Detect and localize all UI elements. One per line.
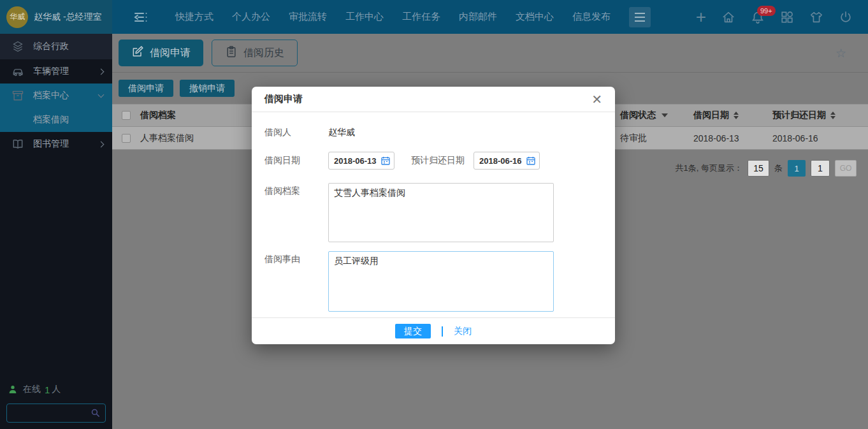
nav-item-work-tasks[interactable]: 工作任务 <box>402 11 440 23</box>
footer-divider <box>442 326 443 337</box>
search-icon[interactable] <box>90 407 101 418</box>
online-label: 在线 <box>23 384 41 395</box>
tab-label: 借阅申请 <box>150 47 191 60</box>
user-panel[interactable]: 华威 赵华威 -总经理室 <box>0 0 112 34</box>
sidebar-collapse-icon[interactable] <box>133 10 148 25</box>
sidebar-item-general-admin[interactable]: 综合行政 <box>0 34 112 59</box>
dates-row: 借阅日期 预计归还日期 <box>264 152 602 170</box>
sidebar-item-archive-borrow[interactable]: 档案借阅 <box>0 108 112 132</box>
date-text: 2018-06-13 <box>693 133 739 143</box>
modal-title: 借阅申请 <box>264 93 303 105</box>
borrower-value: 赵华威 <box>328 124 355 138</box>
page-size-input[interactable] <box>748 160 769 177</box>
archive-textarea[interactable]: 艾雪人事档案借阅 <box>328 183 554 242</box>
sidebar-item-vehicle-mgmt[interactable]: 车辆管理 <box>0 59 112 84</box>
withdraw-request-button[interactable]: 撤销申请 <box>180 80 235 97</box>
book-icon <box>11 138 24 150</box>
nav-item-shortcuts[interactable]: 快捷方式 <box>175 11 213 23</box>
nav-item-personal-office[interactable]: 个人办公 <box>232 11 270 23</box>
sidebar-item-archive-center[interactable]: 档案中心 <box>0 84 112 108</box>
header-checkbox-cell <box>112 111 140 120</box>
notifications-bell-icon[interactable]: 99+ <box>751 10 765 24</box>
borrower-row: 借阅人 赵华威 <box>264 124 602 138</box>
nav-item-document-center[interactable]: 文档中心 <box>516 11 554 23</box>
theme-shirt-icon[interactable] <box>809 10 823 24</box>
nav-item-internal-mail[interactable]: 内部邮件 <box>459 11 497 23</box>
tabs-row: 借阅申请 借阅历史 ☆ <box>112 34 868 73</box>
filter-dropdown-icon[interactable] <box>662 113 668 117</box>
go-button[interactable]: GO <box>835 160 857 177</box>
sidebar: 综合行政 车辆管理 档案中心 档案借阅 图书管理 <box>0 34 112 429</box>
app-root: 华威 赵华威 -总经理室 快捷方式 个人办公 审批流转 工作中心 工作任务 内部… <box>0 0 868 429</box>
row-checkbox-cell <box>112 134 140 143</box>
edit-square-icon <box>131 45 144 61</box>
pagination-summary: 共1条, 每页显示： <box>676 163 742 174</box>
cell-borrow-date: 2018-06-13 <box>693 133 772 143</box>
logout-power-icon[interactable] <box>839 10 853 24</box>
cell-status: 待审批 <box>620 133 693 144</box>
archive-label: 借阅档案 <box>264 183 328 242</box>
borrower-label: 借阅人 <box>264 124 328 138</box>
archive-box-icon <box>11 89 24 102</box>
username: 赵华威 -总经理室 <box>34 11 102 23</box>
sidebar-item-label: 档案借阅 <box>33 114 69 126</box>
borrow-date-label: 借阅日期 <box>264 152 328 170</box>
home-icon[interactable] <box>721 10 735 24</box>
new-item-icon[interactable]: + <box>696 10 706 24</box>
person-icon <box>8 384 18 395</box>
column-label: 借阅状态 <box>620 110 656 121</box>
reason-label: 借阅事由 <box>264 251 328 312</box>
archive-row: 借阅档案 艾雪人事档案借阅 <box>264 183 602 242</box>
cell-return-date: 2018-06-16 <box>772 133 868 143</box>
date-text: 2018-06-16 <box>772 133 818 143</box>
topbar-icons: + 99+ <box>696 10 853 24</box>
sort-icon[interactable] <box>830 112 835 119</box>
calendar-icon[interactable] <box>526 156 536 166</box>
topbar-main: 快捷方式 个人办公 审批流转 工作中心 工作任务 内部邮件 文档中心 信息发布 … <box>112 0 868 34</box>
avatar[interactable]: 华威 <box>6 6 28 28</box>
car-icon <box>11 65 24 78</box>
column-status[interactable]: 借阅状态 <box>620 110 693 121</box>
nav-item-approval-flow[interactable]: 审批流转 <box>289 11 327 23</box>
borrow-request-button[interactable]: 借阅申请 <box>119 80 173 97</box>
borrow-request-modal: 借阅申请 ✕ 借阅人 赵华威 借阅日期 预计归还日期 <box>252 87 615 344</box>
calendar-icon[interactable] <box>380 156 391 166</box>
nav-more-menu-icon[interactable] <box>629 7 651 27</box>
column-return-date[interactable]: 预计归还日期 <box>772 110 868 121</box>
borrow-date-field <box>328 152 394 170</box>
chevron-right-icon <box>98 68 105 75</box>
column-label: 借阅日期 <box>693 110 729 121</box>
nav-item-info-publish[interactable]: 信息发布 <box>572 11 611 23</box>
submit-button[interactable]: 提交 <box>395 324 431 338</box>
chevron-right-icon <box>98 141 105 147</box>
apps-grid-icon[interactable] <box>780 10 794 24</box>
sidebar-item-label: 车辆管理 <box>33 66 69 77</box>
return-date-field <box>474 152 540 170</box>
sidebar-item-label: 综合行政 <box>33 41 69 52</box>
reason-textarea[interactable]: 员工评级用 <box>328 251 554 312</box>
sort-icon[interactable] <box>734 112 739 119</box>
reason-row: 借阅事由 员工评级用 <box>264 251 602 312</box>
nav-item-work-center[interactable]: 工作中心 <box>345 11 384 23</box>
column-label: 预计归还日期 <box>772 110 826 121</box>
sidebar-search <box>6 404 106 423</box>
sidebar-item-label: 图书管理 <box>33 138 69 150</box>
sidebar-item-library-mgmt[interactable]: 图书管理 <box>0 132 112 156</box>
goto-page-input[interactable] <box>811 160 830 177</box>
modal-footer: 提交 关闭 <box>252 317 615 344</box>
select-all-checkbox[interactable] <box>122 111 131 120</box>
close-button[interactable]: 关闭 <box>454 326 472 337</box>
row-checkbox[interactable] <box>122 134 131 143</box>
close-icon[interactable]: ✕ <box>591 93 602 106</box>
clipboard-icon <box>225 45 238 61</box>
tab-borrow-history[interactable]: 借阅历史 <box>212 40 298 66</box>
chevron-down-icon <box>98 92 105 98</box>
tab-borrow-request[interactable]: 借阅申请 <box>119 40 203 66</box>
modal-header: 借阅申请 ✕ <box>252 87 615 112</box>
online-count: 1 <box>45 384 50 395</box>
column-borrow-date[interactable]: 借阅日期 <box>693 110 772 121</box>
current-page-button[interactable]: 1 <box>788 160 806 177</box>
favorite-star-icon[interactable]: ☆ <box>835 47 846 59</box>
topbar: 华威 赵华威 -总经理室 快捷方式 个人办公 审批流转 工作中心 工作任务 内部… <box>0 0 868 34</box>
online-status: 在线 1 人 <box>6 384 106 395</box>
